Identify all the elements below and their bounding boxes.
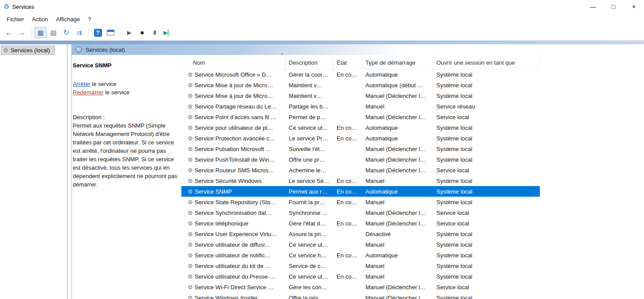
service-row[interactable]: ⚙ Service User Experience Virtu… Assure … bbox=[181, 229, 540, 239]
show-window-button[interactable] bbox=[105, 27, 117, 38]
maximize-button[interactable]: □ bbox=[603, 0, 624, 13]
services-list-pane: ˆ Nom Description État Type de démarrage… bbox=[181, 55, 644, 299]
service-startup-cell: Automatique bbox=[362, 124, 433, 131]
start-service-button[interactable]: ▶ bbox=[123, 27, 135, 38]
restart-link-suffix: le service bbox=[103, 89, 130, 96]
service-row[interactable]: ⚙ Service Protection avancée c… Le servi… bbox=[181, 133, 540, 144]
service-row[interactable]: ⚙ Service Partage réseau du Le… Partage … bbox=[181, 101, 540, 112]
menu-action[interactable]: Action bbox=[28, 15, 52, 24]
service-row[interactable]: ⚙ Service Wi-Fi Direct Service … Gère le… bbox=[181, 282, 540, 292]
service-state-cell: En co… bbox=[334, 273, 362, 280]
service-detail-pane: Service SNMP Arrêter le service Redémarr… bbox=[72, 55, 181, 299]
service-row[interactable]: ⚙ Service utilisateur du Presse-… Ce ser… bbox=[181, 271, 540, 282]
menu-fichier[interactable]: Fichier bbox=[3, 15, 28, 24]
stop-service-button[interactable]: ■ bbox=[136, 27, 148, 38]
service-description-cell: Offre une pr… bbox=[286, 156, 334, 163]
column-header-etat[interactable]: État bbox=[334, 55, 362, 69]
column-header-ouvrir-session[interactable]: Ouvrir une session en tant que bbox=[433, 55, 540, 69]
service-startup-cell: Automatique bbox=[362, 252, 433, 259]
menu-help[interactable]: ? bbox=[84, 15, 95, 24]
service-row[interactable]: ⚙ Service Sécurité Windows Le service Sé… bbox=[181, 175, 540, 186]
service-row[interactable]: ⚙ Service utilisateur de diffusi… Ce ser… bbox=[181, 239, 540, 250]
service-description-cell: Gère les con… bbox=[286, 284, 334, 291]
export-list-icon: ⇉ bbox=[76, 29, 82, 37]
restart-service-icon: ▶▏ bbox=[164, 29, 173, 36]
service-row[interactable]: ⚙ Service utilisateur de notific… Ce ser… bbox=[181, 250, 540, 260]
back-icon: ← bbox=[5, 28, 13, 37]
refresh-button[interactable]: ↻ bbox=[60, 27, 72, 38]
service-startup-cell: Manuel (Déclencher l… bbox=[362, 210, 433, 216]
service-logon-cell: Service local bbox=[433, 114, 540, 120]
service-logon-cell: Système local bbox=[433, 178, 540, 184]
service-gear-icon: ⚙ bbox=[188, 231, 193, 237]
service-action-links: Arrêter le service Redémarrer le service bbox=[73, 80, 177, 97]
service-logon-cell: Système local bbox=[433, 199, 540, 206]
restart-service-button[interactable]: ▶▏ bbox=[162, 27, 174, 38]
service-row[interactable]: ⚙ Service Pulsation Microsoft … Surveill… bbox=[181, 144, 540, 154]
menu-affichage[interactable]: Affichage bbox=[52, 15, 84, 24]
pause-service-button[interactable]: ‖ bbox=[149, 27, 161, 38]
service-row[interactable]: ⚙ Service pour utilisateur de pl… Ce ser… bbox=[181, 122, 540, 133]
console-tree-button[interactable]: ▦ bbox=[35, 27, 47, 38]
service-state-cell: En co… bbox=[334, 199, 362, 206]
service-description-cell: Maintient v… bbox=[286, 93, 334, 99]
service-row[interactable]: ⚙ Service utilisateur du kit de … Servic… bbox=[181, 260, 540, 271]
column-header-type-demarrage[interactable]: Type de démarrage bbox=[362, 55, 433, 69]
service-row[interactable]: ⚙ Service téléphonique Gère l'état d… En… bbox=[181, 218, 540, 229]
service-description-cell: Le service Pr… bbox=[286, 135, 334, 142]
service-description-cell: Ce service ut… bbox=[286, 241, 334, 248]
service-startup-cell: Manuel bbox=[362, 263, 433, 269]
minimize-button[interactable]: — bbox=[583, 0, 603, 13]
service-description-cell: Maintient v… bbox=[286, 82, 334, 89]
service-row[interactable]: ⚙ Service Point d'accès sans fil … Perme… bbox=[181, 112, 540, 122]
service-row[interactable]: ⚙ Service PushToInstall de Win… Offre un… bbox=[181, 154, 540, 165]
service-gear-icon: ⚙ bbox=[188, 156, 193, 163]
help-button[interactable]: ? bbox=[92, 27, 104, 38]
service-startup-cell: Manuel (Déclencher l… bbox=[362, 295, 433, 299]
service-name-cell: Service Pulsation Microsoft … bbox=[195, 146, 271, 152]
service-startup-cell: Automatique bbox=[362, 71, 433, 78]
service-row[interactable]: ⚙ Service State Repository (Sta… Fournit… bbox=[181, 197, 540, 207]
service-name-cell: Service SNMP bbox=[195, 188, 232, 195]
menu-bar: Fichier Action Affichage ? bbox=[0, 13, 644, 25]
toolbar-separator bbox=[88, 28, 89, 38]
service-name-cell: Service téléphonique bbox=[195, 220, 248, 227]
service-description-cell: Synchronise … bbox=[286, 210, 334, 216]
service-row[interactable]: ⚙ Service Mise à jour de Micro… Maintien… bbox=[181, 90, 540, 101]
service-name-cell: Service utilisateur de diffusi… bbox=[195, 241, 271, 248]
tree-item-services-local[interactable]: ⚙ Services (local) bbox=[1, 46, 55, 55]
panel-splitter[interactable] bbox=[67, 44, 71, 299]
service-gear-icon: ⚙ bbox=[188, 124, 193, 131]
service-row[interactable]: ⚙ Service Routeur SMS Micros… Achemine l… bbox=[181, 165, 540, 175]
service-name-cell: Service State Repository (Sta… bbox=[195, 199, 276, 206]
service-logon-cell: Service local bbox=[433, 284, 540, 291]
properties-button[interactable]: ▤ bbox=[47, 27, 59, 38]
service-logon-cell: Système local bbox=[433, 231, 540, 237]
restart-service-link[interactable]: Redémarrer bbox=[73, 89, 103, 96]
service-row[interactable]: ⚙ Service Windows Insider Offre la pris…… bbox=[181, 292, 540, 299]
services-tree-icon: ⚙ bbox=[3, 47, 8, 54]
service-row[interactable]: ⚙ Service Mise à jour de Micro… Maintien… bbox=[181, 80, 540, 90]
column-header-description[interactable]: Description bbox=[286, 55, 334, 69]
service-gear-icon: ⚙ bbox=[188, 188, 193, 195]
service-row[interactable]: ⚙ Service SNMP Permet aux r… En co… Auto… bbox=[181, 186, 540, 197]
service-name-cell: Service Mise à jour de Micro… bbox=[195, 82, 273, 89]
export-list-button[interactable]: ⇉ bbox=[73, 27, 85, 38]
service-gear-icon: ⚙ bbox=[188, 220, 193, 227]
close-button[interactable]: × bbox=[624, 0, 644, 13]
service-logon-cell: Système local bbox=[433, 135, 540, 142]
column-header-nom[interactable]: Nom bbox=[181, 55, 286, 69]
forward-button[interactable]: → bbox=[16, 27, 28, 38]
stop-link-suffix: le service bbox=[90, 81, 117, 87]
service-row[interactable]: ⚙ Service Microsoft Office « D… Gérer la… bbox=[181, 69, 540, 80]
service-description-cell: Surveille l'ét… bbox=[286, 146, 334, 152]
service-gear-icon: ⚙ bbox=[188, 103, 193, 110]
service-startup-cell: Manuel bbox=[362, 178, 433, 184]
service-description-cell: Le service Sé… bbox=[286, 178, 334, 184]
service-name-cell: Service Point d'accès sans fil … bbox=[195, 114, 277, 120]
stop-service-link[interactable]: Arrêter bbox=[73, 81, 90, 87]
window-title: Services bbox=[12, 4, 34, 10]
properties-icon: ▤ bbox=[50, 29, 56, 37]
service-row[interactable]: ⚙ Service Synchronisation dat… Synchroni… bbox=[181, 207, 540, 218]
back-button[interactable]: ← bbox=[3, 27, 15, 38]
